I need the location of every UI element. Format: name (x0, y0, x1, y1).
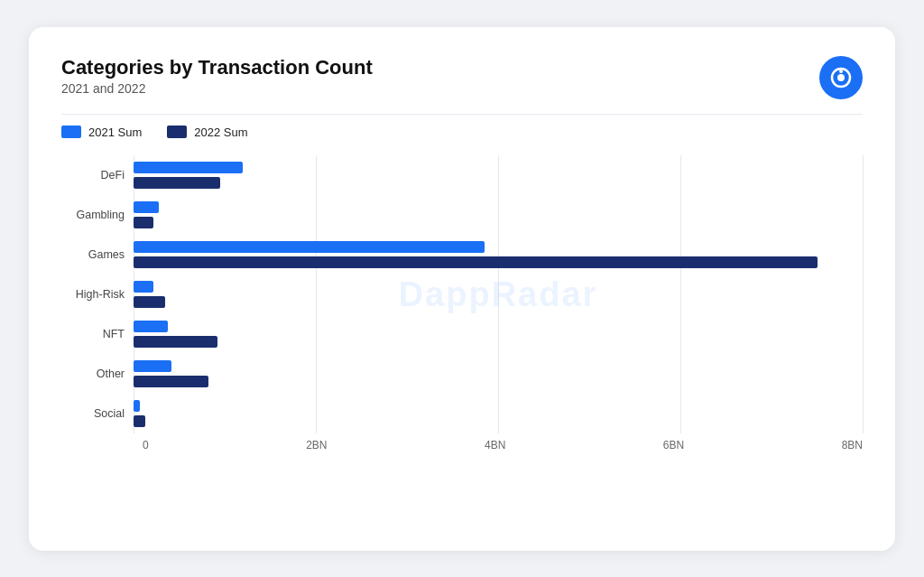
bar-2022-social (134, 415, 145, 427)
chart-title: Categories by Transaction Count (61, 56, 373, 79)
category-rows (134, 155, 863, 433)
bar-row-2021-defi (134, 161, 863, 173)
bar-2021-nft (134, 321, 168, 332)
bar-row-2021-social (134, 399, 863, 412)
x-label-2BN: 2BN (306, 439, 327, 451)
bar-2021-gambling (134, 201, 159, 213)
y-label-high-risk: High-Risk (76, 275, 125, 314)
card-header: Categories by Transaction Count 2021 and… (61, 56, 863, 99)
bar-row-2021-high-risk (134, 280, 863, 293)
bar-2021-high-risk (134, 281, 153, 293)
bar-2021-social (134, 400, 140, 412)
bar-row-2022-other (134, 375, 863, 387)
header-divider (61, 114, 863, 115)
y-label-games: Games (88, 235, 125, 275)
bar-row-2021-gambling (134, 200, 863, 213)
y-label-other: Other (97, 354, 125, 394)
brand-logo (819, 56, 863, 99)
bar-2021-defi (134, 162, 243, 173)
x-label-6BN: 6BN (663, 439, 684, 451)
category-row-nft (134, 314, 863, 354)
x-labels: 02BN4BN6BN8BN (143, 439, 863, 451)
bar-2022-nft (134, 336, 217, 348)
chart-area: DeFiGamblingGamesHigh-RiskNFTOtherSocial… (61, 155, 863, 451)
legend: 2021 Sum2022 Sum (61, 126, 863, 139)
legend-swatch-2021 (61, 126, 81, 138)
bar-row-2022-social (134, 414, 863, 427)
category-row-social (134, 394, 863, 433)
bar-2022-defi (134, 177, 220, 189)
bar-row-2022-games (134, 256, 863, 268)
legend-label-2021: 2021 Sum (88, 126, 142, 139)
x-label-0: 0 (143, 439, 149, 451)
bar-2022-other (134, 376, 208, 387)
legend-item-2021: 2021 Sum (61, 126, 142, 139)
svg-point-1 (837, 74, 845, 81)
legend-label-2022: 2022 Sum (194, 126, 247, 139)
category-row-high-risk (134, 275, 863, 314)
y-label-gambling: Gambling (77, 195, 125, 235)
bar-row-2022-nft (134, 335, 863, 348)
y-label-defi: DeFi (101, 155, 125, 195)
x-label-4BN: 4BN (485, 439, 505, 451)
y-label-nft: NFT (103, 314, 125, 354)
category-row-games (134, 235, 863, 275)
y-label-social: Social (94, 394, 125, 433)
chart-card: Categories by Transaction Count 2021 and… (29, 27, 895, 551)
legend-swatch-2022 (167, 126, 187, 138)
bar-row-2022-defi (134, 176, 863, 189)
bar-2022-games (134, 256, 818, 268)
svg-point-2 (839, 70, 843, 73)
bar-2021-other (134, 360, 171, 372)
bar-2022-high-risk (134, 296, 165, 308)
x-label-8BN: 8BN (842, 439, 863, 451)
grid-line-8 (863, 155, 864, 433)
chart-subtitle: 2021 and 2022 (61, 81, 373, 96)
category-row-defi (134, 155, 863, 195)
bar-row-2021-nft (134, 320, 863, 332)
chart-inner: DeFiGamblingGamesHigh-RiskNFTOtherSocial… (61, 155, 863, 433)
legend-item-2022: 2022 Sum (167, 126, 247, 139)
bar-2022-gambling (134, 217, 153, 228)
bar-row-2021-games (134, 240, 863, 253)
bar-row-2022-gambling (134, 216, 863, 228)
bar-2021-games (134, 241, 485, 253)
category-row-other (134, 354, 863, 394)
y-labels: DeFiGamblingGamesHigh-RiskNFTOtherSocial (61, 155, 134, 433)
bar-row-2021-other (134, 359, 863, 372)
bars-and-grid: DappRadar (134, 155, 863, 433)
bar-row-2022-high-risk (134, 295, 863, 308)
title-block: Categories by Transaction Count 2021 and… (61, 56, 373, 96)
x-axis: 02BN4BN6BN8BN (61, 439, 863, 451)
category-row-gambling (134, 195, 863, 235)
